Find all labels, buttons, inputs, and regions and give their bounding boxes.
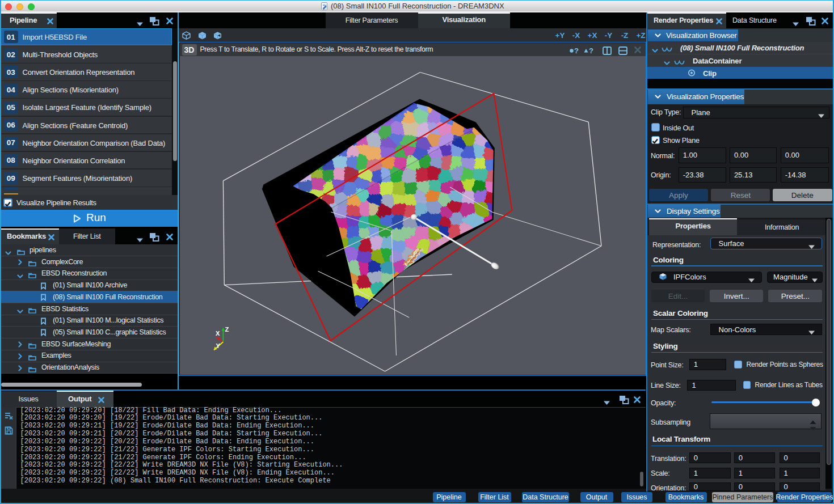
- svg-text:?: ?: [574, 46, 579, 55]
- svg-text:Y: Y: [216, 342, 220, 349]
- svg-text:?: ?: [589, 46, 593, 55]
- svg-text:Z: Z: [225, 326, 229, 333]
- svg-text:X: X: [216, 330, 220, 337]
